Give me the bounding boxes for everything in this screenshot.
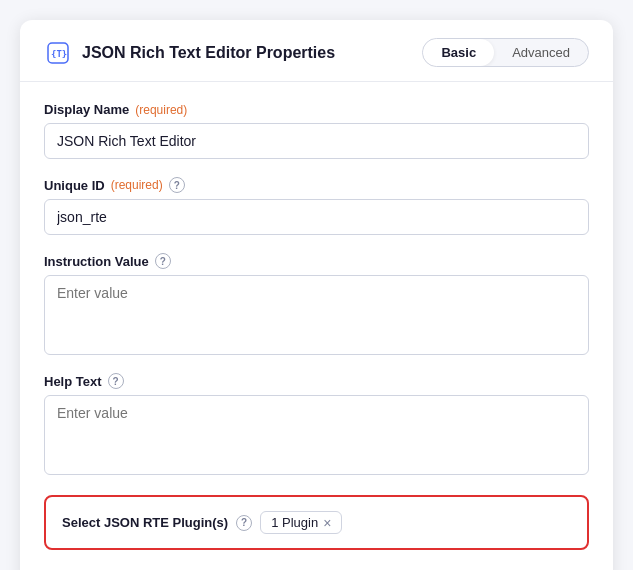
- header-left: {T} JSON Rich Text Editor Properties: [44, 39, 335, 67]
- display-name-input[interactable]: [44, 123, 589, 159]
- plugin-section-help-icon[interactable]: ?: [236, 515, 252, 531]
- help-text-textarea[interactable]: [44, 395, 589, 475]
- unique-id-help-icon[interactable]: ?: [169, 177, 185, 193]
- help-text-help-icon[interactable]: ?: [108, 373, 124, 389]
- plugin-tag-close-icon[interactable]: ×: [323, 516, 331, 530]
- instruction-value-group: Instruction Value ?: [44, 253, 589, 355]
- unique-id-label: Unique ID (required) ?: [44, 177, 589, 193]
- panel-title: JSON Rich Text Editor Properties: [82, 44, 335, 62]
- display-name-group: Display Name (required): [44, 102, 589, 159]
- svg-text:{T}: {T}: [51, 49, 67, 59]
- help-text-label: Help Text ?: [44, 373, 589, 389]
- panel-header: {T} JSON Rich Text Editor Properties Bas…: [20, 20, 613, 82]
- tab-basic[interactable]: Basic: [423, 39, 494, 66]
- properties-panel: {T} JSON Rich Text Editor Properties Bas…: [20, 20, 613, 570]
- panel-icon: {T}: [44, 39, 72, 67]
- form-body: Display Name (required) Unique ID (requi…: [20, 82, 613, 495]
- help-text-group: Help Text ?: [44, 373, 589, 475]
- plugin-tag-label: 1 Plugin: [271, 515, 318, 530]
- display-name-required: (required): [135, 103, 187, 117]
- plugin-tag[interactable]: 1 Plugin ×: [260, 511, 342, 534]
- unique-id-required: (required): [111, 178, 163, 192]
- instruction-value-textarea[interactable]: [44, 275, 589, 355]
- display-name-label: Display Name (required): [44, 102, 589, 117]
- plugin-section: Select JSON RTE Plugin(s) ? 1 Plugin ×: [44, 495, 589, 550]
- unique-id-group: Unique ID (required) ?: [44, 177, 589, 235]
- unique-id-input[interactable]: [44, 199, 589, 235]
- instruction-value-help-icon[interactable]: ?: [155, 253, 171, 269]
- plugin-section-label: Select JSON RTE Plugin(s): [62, 515, 228, 530]
- tab-group: Basic Advanced: [422, 38, 589, 67]
- instruction-value-label: Instruction Value ?: [44, 253, 589, 269]
- tab-advanced[interactable]: Advanced: [494, 39, 588, 66]
